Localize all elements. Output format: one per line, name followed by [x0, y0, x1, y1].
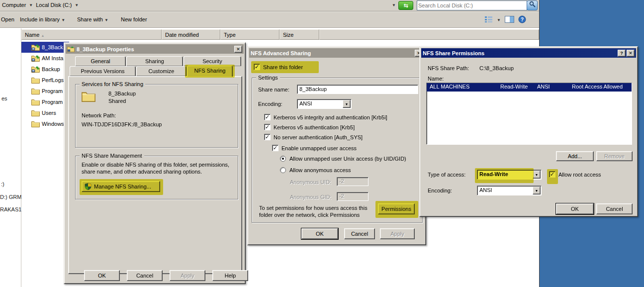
- services-group: Services for NFS Sharing 8_3Backup Share…: [75, 84, 238, 148]
- dialog-title: 8_3Backup Properties: [77, 46, 134, 52]
- permissions-list-row-selected[interactable]: ALL MACHINES Read-Write ANSI Root Access…: [427, 83, 632, 92]
- chevron-down-icon[interactable]: ▼: [533, 187, 541, 194]
- folder-icon: [31, 88, 40, 95]
- address-history-dropdown-icon[interactable]: ▼: [392, 3, 396, 7]
- share-name-label: Share name:: [258, 87, 289, 93]
- file-name: Backup: [42, 66, 60, 72]
- group-label: Services for NFS Sharing: [80, 81, 145, 87]
- network-path-value: WIN-TDJDF16D3FK:/8_3Backup: [82, 121, 162, 127]
- entry-name: ALL MACHINES: [430, 84, 469, 90]
- tab-general[interactable]: General: [75, 56, 126, 66]
- encoding-label: Encoding:: [258, 101, 282, 107]
- share-this-folder-checkbox[interactable]: ✓: [254, 64, 260, 70]
- ok-button[interactable]: OK: [301, 228, 338, 239]
- share-this-folder-label: Share this folder: [263, 64, 303, 70]
- encoding-select[interactable]: ANSI▼: [297, 99, 352, 109]
- cancel-button[interactable]: Cancel: [127, 270, 163, 281]
- preview-pane-icon[interactable]: [505, 16, 514, 24]
- management-description: share name, and other advanced sharing o…: [82, 169, 202, 175]
- krb5i-checkbox[interactable]: ✓: [264, 114, 271, 120]
- close-icon[interactable]: ✕: [234, 46, 242, 53]
- column-header-type[interactable]: Type: [220, 29, 279, 40]
- file-row-selected[interactable]: 8_3Back: [21, 42, 69, 53]
- tab-security[interactable]: Security: [184, 56, 241, 66]
- permissions-list[interactable]: ALL MACHINES Read-Write ANSI Root Access…: [426, 83, 632, 145]
- chevron-down-icon[interactable]: ▼: [75, 3, 79, 7]
- folder-icon: [31, 77, 40, 84]
- views-icon[interactable]: [484, 16, 493, 24]
- type-of-access-select[interactable]: Read-Write▼: [477, 170, 542, 180]
- chevron-down-icon[interactable]: ▼: [497, 18, 501, 22]
- chevron-down-icon[interactable]: ▼: [29, 3, 33, 7]
- permissions-note: folder over the network, click Permissio…: [259, 212, 360, 218]
- krb5-checkbox[interactable]: ✓: [264, 124, 271, 130]
- apply-button: Apply: [380, 228, 415, 239]
- remove-button: Remove: [596, 151, 633, 161]
- permissions-button[interactable]: Permissions: [378, 203, 415, 214]
- allow-root-access-checkbox[interactable]: ✓: [549, 171, 555, 178]
- nav-item-fragment[interactable]: :): [1, 181, 4, 187]
- anonymous-uid-label: Anonymous UID:: [290, 179, 331, 185]
- allow-anonymous-radio[interactable]: [280, 167, 286, 173]
- share-name-field[interactable]: 8_3Backup: [297, 85, 418, 94]
- tab-customize[interactable]: Customize: [136, 66, 186, 76]
- column-header-size[interactable]: Size: [279, 29, 319, 40]
- enable-unmapped-checkbox[interactable]: ✓: [272, 145, 278, 151]
- shared-folder-icon: [31, 44, 40, 51]
- search-icon[interactable]: [527, 0, 538, 10]
- tab-nfs-sharing[interactable]: NFS Sharing: [187, 66, 233, 77]
- help-titlebar-icon[interactable]: ?: [618, 50, 626, 57]
- new-folder-button[interactable]: New folder: [121, 16, 147, 22]
- breadcrumb-computer[interactable]: Computer: [2, 2, 26, 8]
- refresh-button[interactable]: ⇆: [398, 1, 413, 10]
- open-button[interactable]: Open: [1, 16, 14, 22]
- auth-sys-checkbox[interactable]: ✓: [264, 134, 271, 140]
- allow-root-access-label: Allow root access: [558, 172, 601, 178]
- help-button[interactable]: Help: [212, 270, 248, 281]
- advanced-title-bar: NFS Advanced Sharing ✕: [249, 48, 424, 58]
- entry-root: Root Access Allowed: [572, 84, 623, 90]
- help-icon[interactable]: ?: [518, 15, 526, 24]
- group-label: NFS Share Management: [80, 153, 144, 159]
- network-path-label: Network Path:: [82, 112, 116, 118]
- cancel-button[interactable]: Cancel: [596, 203, 633, 214]
- file-name: Users: [42, 110, 56, 116]
- search-box: [417, 0, 527, 10]
- column-header-name[interactable]: Name ▲: [21, 29, 162, 40]
- ok-button[interactable]: OK: [84, 270, 120, 281]
- svg-text:?: ?: [521, 17, 524, 22]
- close-icon[interactable]: ✕: [627, 50, 635, 57]
- chevron-down-icon[interactable]: ▼: [343, 100, 351, 108]
- encoding-select[interactable]: ANSI▼: [477, 186, 542, 195]
- tab-previous-versions[interactable]: Previous Versions: [70, 66, 136, 76]
- properties-dialog: 8_3Backup Properties ✕ General Sharing S…: [64, 42, 246, 284]
- tab-sharing[interactable]: Sharing: [126, 56, 183, 66]
- file-name: PerfLogs: [42, 77, 64, 83]
- add-button[interactable]: Add...: [556, 151, 594, 161]
- nfs-share-permissions-dialog: NFS Share Permissions ? ✕ NFS Share Path…: [419, 46, 638, 217]
- breadcrumb-location[interactable]: Local Disk (C:): [36, 2, 72, 8]
- management-group: NFS Share Management Enable or disable N…: [75, 156, 238, 199]
- shared-folder-icon: [31, 55, 40, 62]
- file-name: Program: [42, 99, 63, 105]
- share-path-value: C:\8_3Backup: [479, 65, 514, 71]
- navigation-pane[interactable]: es :) D:) GRMSX RAKAS17L:: [0, 28, 21, 287]
- nav-item-fragment[interactable]: es: [1, 96, 7, 101]
- uac-shield-icon: [85, 183, 92, 190]
- anonymous-gid-field: -2: [337, 192, 368, 201]
- manage-nfs-sharing-button[interactable]: Manage NFS Sharing...: [82, 181, 160, 192]
- allow-unix-access-label: Allow unmapped user Unix access (by UID/…: [289, 156, 406, 162]
- allow-anonymous-label: Allow anonymous access: [289, 167, 351, 173]
- search-input[interactable]: [418, 1, 524, 9]
- krb5i-label: Kerberos v5 integrity and authentication…: [274, 114, 387, 120]
- cancel-button[interactable]: Cancel: [344, 228, 375, 239]
- permissions-title-bar: NFS Share Permissions ? ✕: [421, 48, 636, 58]
- column-header-date-modified[interactable]: Date modified: [162, 29, 220, 40]
- chevron-down-icon[interactable]: ▼: [533, 171, 541, 179]
- include-in-library-button[interactable]: Include in library ▼: [20, 16, 65, 22]
- allow-unix-access-radio[interactable]: [280, 156, 286, 162]
- encoding-label: Encoding:: [428, 188, 452, 193]
- share-with-button[interactable]: Share with ▼: [77, 16, 108, 22]
- ok-button[interactable]: OK: [556, 203, 594, 214]
- file-name: AM Insta: [42, 55, 63, 61]
